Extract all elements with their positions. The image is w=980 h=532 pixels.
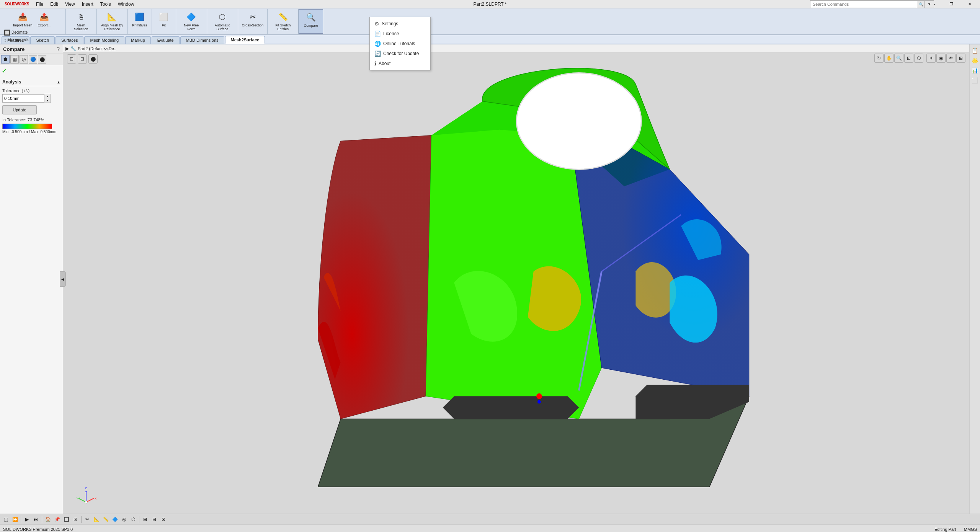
dropdown-settings[interactable]: ⚙ Settings bbox=[370, 19, 430, 29]
fit-sketch-button[interactable]: 📏 Fit Sketch Entities bbox=[270, 10, 296, 32]
online-tutorials-label: Online Tutorials bbox=[383, 41, 415, 46]
analysis-header[interactable]: Analysis ▲ bbox=[2, 78, 60, 86]
menu-edit[interactable]: Edit bbox=[47, 1, 61, 8]
bottom-btn-14[interactable]: ⬡ bbox=[129, 515, 137, 524]
dropdown-online-tutorials[interactable]: 🌐 Online Tutorials bbox=[370, 39, 430, 49]
panel-help-button[interactable]: ? bbox=[57, 46, 60, 52]
mode-icon-2[interactable]: ▦ bbox=[10, 55, 19, 64]
bottom-btn-17[interactable]: ⊠ bbox=[159, 515, 168, 524]
right-icon-3[interactable]: 📊 bbox=[970, 66, 980, 75]
ribbon-group-fit: ⬜ Fit bbox=[152, 9, 176, 34]
svg-marker-5 bbox=[85, 491, 87, 492]
bottom-btn-6[interactable]: 📌 bbox=[53, 515, 61, 524]
fit-icon: ⬜ bbox=[158, 11, 170, 23]
bottom-btn-13[interactable]: ◎ bbox=[120, 515, 128, 524]
viewport-toolbar: ↻ ✋ 🔍 ⊡ ⬡ ☀ ◉ 👁 ⊞ bbox=[874, 54, 965, 63]
tab-mbd-dimensions[interactable]: MBD Dimensions bbox=[180, 36, 224, 44]
automatic-surface-icon: ⬡ bbox=[216, 11, 229, 23]
bottom-btn-11[interactable]: 📏 bbox=[101, 515, 110, 524]
menu-window[interactable]: Window bbox=[115, 1, 137, 8]
new-free-form-button[interactable]: 🔷 New Free Form bbox=[178, 10, 204, 32]
search-button[interactable]: 🔍 bbox=[917, 0, 925, 8]
cross-section-button[interactable]: ✂ Cross-Section bbox=[240, 10, 265, 28]
compare-button[interactable]: 🔍 Compare bbox=[301, 10, 320, 29]
mesh-selection-button[interactable]: 🖱 Mesh Selection bbox=[68, 10, 94, 32]
decimate-button[interactable]: 🔲 Decimate bbox=[2, 29, 63, 36]
dropdown-license[interactable]: 📄 License bbox=[370, 29, 430, 39]
vp-rotate-btn[interactable]: ↻ bbox=[874, 54, 884, 63]
mode-icon-3[interactable]: ◎ bbox=[20, 55, 28, 64]
mode-icon-4[interactable]: 🔵 bbox=[29, 55, 37, 64]
panel-collapse-handle[interactable]: ◀ bbox=[60, 271, 66, 287]
vp-pan-btn[interactable]: ✋ bbox=[884, 54, 893, 63]
confirm-button[interactable]: ✓ bbox=[2, 67, 7, 75]
mode-icon-5[interactable]: ⬤ bbox=[38, 55, 46, 64]
flip-normals-button[interactable]: ↕ Flip normals bbox=[2, 36, 63, 43]
align-mesh-button[interactable]: 📐 Align Mesh By Reference bbox=[99, 10, 125, 32]
import-mesh-button[interactable]: 📥 Import Mesh bbox=[11, 10, 34, 28]
right-icon-1[interactable]: 📋 bbox=[970, 46, 980, 55]
vp-hide-btn[interactable]: 👁 bbox=[946, 54, 956, 63]
bottom-btn-5[interactable]: 🏠 bbox=[44, 515, 52, 524]
fit-label: Fit bbox=[162, 24, 166, 28]
restore-button[interactable]: ❐ bbox=[942, 0, 960, 8]
vp-section-btn[interactable]: ⊞ bbox=[956, 54, 965, 63]
update-button[interactable]: Update bbox=[2, 105, 37, 114]
search-expand-btn[interactable]: ▼ bbox=[925, 0, 934, 8]
automatic-surface-button[interactable]: ⬡ Automatic Surface bbox=[209, 10, 235, 32]
arch-hole bbox=[516, 73, 641, 169]
tree-expand-icon[interactable]: ▶ bbox=[65, 46, 69, 51]
mode-icon-1[interactable]: ⬟ bbox=[1, 55, 10, 64]
bottom-btn-1[interactable]: ⬚ bbox=[2, 515, 10, 524]
dropdown-check-update[interactable]: 🔄 Check for Update bbox=[370, 49, 430, 59]
bottom-btn-16[interactable]: ⊟ bbox=[150, 515, 158, 524]
tab-markup[interactable]: Markup bbox=[125, 36, 151, 44]
vp-view-btn[interactable]: ⬡ bbox=[914, 54, 923, 63]
search-input[interactable] bbox=[810, 0, 917, 8]
dropdown-about[interactable]: ℹ About bbox=[370, 59, 430, 69]
vp-display-btn[interactable]: ☀ bbox=[926, 54, 936, 63]
bottom-btn-10[interactable]: 📐 bbox=[92, 515, 101, 524]
bottom-btn-3[interactable]: ▶ bbox=[23, 515, 31, 524]
bottom-btn-15[interactable]: ⊞ bbox=[141, 515, 149, 524]
right-icon-2[interactable]: 🌟 bbox=[970, 56, 980, 65]
tab-mesh-modeling[interactable]: Mesh Modeling bbox=[84, 36, 124, 44]
tolerance-down-button[interactable]: ▼ bbox=[44, 98, 51, 103]
ribbon-group-align: 📐 Align Mesh By Reference bbox=[97, 9, 128, 34]
export-label: Export... bbox=[38, 24, 51, 28]
bottom-btn-9[interactable]: ✂ bbox=[83, 515, 91, 524]
mesh-3d-view bbox=[124, 56, 954, 498]
bottom-btn-7[interactable]: 🔲 bbox=[62, 515, 70, 524]
panel-mode-icons: ⬟ ▦ ◎ 🔵 ⬤ bbox=[0, 54, 63, 65]
bottom-btn-12[interactable]: 🔷 bbox=[111, 515, 119, 524]
settings-dropdown-icon: ⚙ bbox=[374, 21, 379, 27]
primitives-button[interactable]: 🟦 Primitives bbox=[130, 10, 149, 28]
tolerance-up-button[interactable]: ▲ bbox=[44, 94, 51, 98]
ribbon-group-import: 📥 Import Mesh 📤 Export... 🔲 Decimate ↕ F… bbox=[0, 9, 66, 34]
vp-fit-btn[interactable]: ⊡ bbox=[904, 54, 913, 63]
tolerance-spinners: ▲ ▼ bbox=[44, 94, 51, 103]
tolerance-input[interactable] bbox=[2, 94, 44, 103]
menu-view[interactable]: View bbox=[62, 1, 78, 8]
vp-zoom-btn[interactable]: 🔍 bbox=[894, 54, 903, 63]
menu-file[interactable]: File bbox=[33, 1, 46, 8]
bottom-btn-4[interactable]: ⏭ bbox=[32, 515, 40, 524]
tree-text: Part2 (Default<<De... bbox=[78, 46, 118, 51]
vp-split-btn[interactable]: ⊟ bbox=[78, 54, 87, 64]
fit-button[interactable]: ⬜ Fit bbox=[154, 10, 173, 28]
right-icon-4[interactable]: ⬜ bbox=[970, 76, 980, 85]
ribbon-group-auto-surface: ⬡ Automatic Surface bbox=[207, 9, 238, 34]
bottom-btn-8[interactable]: ⊡ bbox=[71, 515, 80, 524]
tab-evaluate[interactable]: Evaluate bbox=[152, 36, 180, 44]
vp-maximize-btn[interactable]: ⊡ bbox=[67, 54, 76, 64]
tab-mesh2surface[interactable]: Mesh2Surface bbox=[225, 36, 265, 44]
primitives-label: Primitives bbox=[132, 24, 147, 28]
ribbon-toolbar: 📥 Import Mesh 📤 Export... 🔲 Decimate ↕ F… bbox=[0, 8, 980, 35]
bottom-btn-2[interactable]: ⏩ bbox=[11, 515, 19, 524]
vp-3d-btn[interactable]: ⬤ bbox=[88, 54, 98, 64]
close-button[interactable]: ✕ bbox=[961, 0, 978, 8]
vp-mode-btn[interactable]: ◉ bbox=[936, 54, 946, 63]
menu-insert[interactable]: Insert bbox=[79, 1, 96, 8]
menu-tools[interactable]: Tools bbox=[97, 1, 114, 8]
export-button[interactable]: 📤 Export... bbox=[34, 10, 54, 28]
